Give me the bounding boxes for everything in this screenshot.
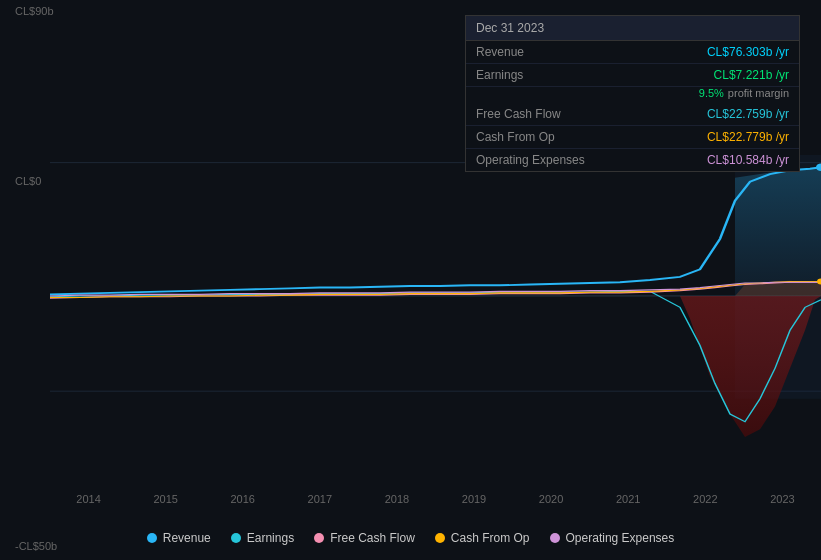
free-cash-flow-value: CL$22.759b /yr [707,107,789,121]
legend-dot-earnings [231,533,241,543]
earnings-value: CL$7.221b /yr [714,68,789,82]
y-label-top: CL$90b [15,5,54,17]
free-cash-flow-label: Free Cash Flow [476,107,561,121]
legend-label-earnings: Earnings [247,531,294,545]
x-label-2014: 2014 [76,493,100,505]
cash-from-op-label: Cash From Op [476,130,555,144]
x-label-2017: 2017 [308,493,332,505]
x-label-2021: 2021 [616,493,640,505]
legend-label-operating-expenses: Operating Expenses [566,531,675,545]
legend-label-cash-from-op: Cash From Op [451,531,530,545]
operating-expenses-row: Operating Expenses CL$10.584b /yr [466,149,799,171]
revenue-row: Revenue CL$76.303b /yr [466,41,799,64]
x-label-2015: 2015 [153,493,177,505]
chart-svg [0,155,821,475]
cash-from-op-row: Cash From Op CL$22.779b /yr [466,126,799,149]
x-label-2019: 2019 [462,493,486,505]
x-axis: 2014 2015 2016 2017 2018 2019 2020 2021 … [50,488,821,505]
x-label-2022: 2022 [693,493,717,505]
legend-dot-cash-from-op [435,533,445,543]
legend-label-free-cash-flow: Free Cash Flow [330,531,415,545]
legend-item-free-cash-flow[interactable]: Free Cash Flow [314,531,415,545]
revenue-label: Revenue [476,45,524,59]
revenue-value: CL$76.303b /yr [707,45,789,59]
legend-label-revenue: Revenue [163,531,211,545]
x-label-2023: 2023 [770,493,794,505]
x-label-2018: 2018 [385,493,409,505]
operating-expenses-value: CL$10.584b /yr [707,153,789,167]
legend-item-operating-expenses[interactable]: Operating Expenses [550,531,675,545]
earnings-label: Earnings [476,68,523,82]
legend-item-revenue[interactable]: Revenue [147,531,211,545]
earnings-row: Earnings CL$7.221b /yr [466,64,799,87]
free-cash-flow-row: Free Cash Flow CL$22.759b /yr [466,103,799,126]
legend-dot-free-cash-flow [314,533,324,543]
x-label-2016: 2016 [230,493,254,505]
legend-dot-operating-expenses [550,533,560,543]
tooltip-title: Dec 31 2023 [466,16,799,41]
legend-item-cash-from-op[interactable]: Cash From Op [435,531,530,545]
operating-expenses-label: Operating Expenses [476,153,585,167]
legend-dot-revenue [147,533,157,543]
x-label-2020: 2020 [539,493,563,505]
info-tooltip: Dec 31 2023 Revenue CL$76.303b /yr Earni… [465,15,800,172]
cash-from-op-value: CL$22.779b /yr [707,130,789,144]
chart-legend: Revenue Earnings Free Cash Flow Cash Fro… [0,531,821,545]
legend-item-earnings[interactable]: Earnings [231,531,294,545]
profit-margin-row: 9.5% profit margin [466,87,799,103]
profit-margin-value: 9.5% [699,87,724,99]
profit-margin-label: profit margin [728,87,789,99]
